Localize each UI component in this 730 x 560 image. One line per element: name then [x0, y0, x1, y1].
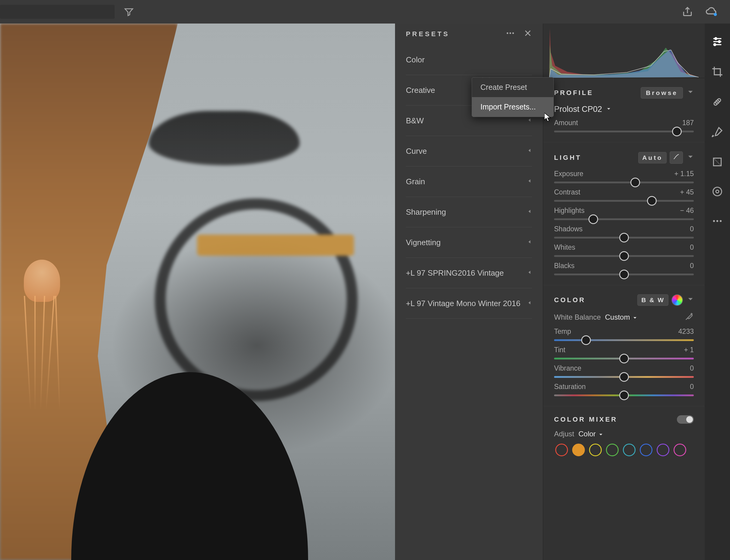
top-toolbar [0, 0, 730, 24]
cloud-sync-icon[interactable] [705, 5, 718, 18]
temp-label: Temp [554, 327, 571, 336]
blacks-value: 0 [690, 262, 694, 270]
tool-rail [705, 24, 730, 560]
mixer-adjust-selector[interactable]: Color [579, 430, 604, 438]
color-section: COLOR B & W White Balance Custom [543, 285, 705, 406]
hue-dot-1[interactable] [572, 444, 585, 456]
color-mixer-button[interactable] [671, 294, 683, 306]
edit-sliders-icon[interactable] [711, 36, 723, 49]
linear-gradient-icon[interactable] [712, 156, 723, 169]
svg-point-9 [713, 187, 722, 196]
edit-panel: PROFILE Browse Prolost CP02 Amount [543, 24, 705, 560]
temp-value: 4233 [678, 327, 694, 336]
blacks-slider[interactable]: Blacks0 [554, 262, 694, 275]
vibrance-slider[interactable]: Vibrance0 [554, 364, 694, 378]
preset-group-label: Vignetting [406, 238, 441, 247]
preset-group-color[interactable]: Color [406, 45, 532, 75]
light-collapse-icon[interactable] [687, 153, 694, 162]
preset-group-label: +L 97 Vintage Mono Winter 2016 [406, 299, 520, 308]
share-icon[interactable] [682, 6, 693, 17]
healing-icon[interactable] [711, 96, 723, 110]
tint-label: Tint [554, 346, 566, 354]
profile-section: PROFILE Browse Prolost CP02 Amount [543, 78, 705, 142]
brush-icon[interactable] [711, 126, 723, 140]
highlights-slider[interactable]: Highlights− 46 [554, 207, 694, 220]
menu-item-create-preset[interactable]: Create Preset [472, 78, 554, 97]
hue-dot-2[interactable] [589, 444, 602, 456]
filter-icon[interactable] [124, 7, 134, 17]
triangle-left-icon [527, 148, 532, 154]
shadows-slider[interactable]: Shadows0 [554, 225, 694, 239]
chevron-down-icon [606, 105, 612, 114]
hue-dot-0[interactable] [555, 444, 568, 456]
preset-group--l-97-spring2016-vintage[interactable]: +L 97 SPRING2016 Vintage [406, 258, 532, 288]
whites-label: Whites [554, 243, 575, 252]
crop-icon[interactable] [711, 66, 723, 80]
svg-point-12 [716, 220, 718, 222]
svg-point-5 [718, 41, 720, 43]
saturation-slider[interactable]: Saturation0 [554, 383, 694, 396]
search-input[interactable] [0, 5, 115, 19]
tint-slider[interactable]: Tint+ 1 [554, 346, 694, 359]
preset-group-grain[interactable]: Grain [406, 166, 532, 197]
hue-dot-3[interactable] [606, 444, 619, 456]
triangle-left-icon [527, 118, 532, 124]
exposure-slider[interactable]: Exposure+ 1.15 [554, 170, 694, 183]
radial-gradient-icon[interactable] [712, 186, 723, 199]
exposure-value: + 1.15 [674, 170, 694, 178]
presets-close-icon[interactable] [524, 29, 532, 39]
preset-group--l-97-vintage-mono-winter-2016[interactable]: +L 97 Vintage Mono Winter 2016 [406, 288, 532, 319]
preset-group-vignetting[interactable]: Vignetting [406, 227, 532, 258]
exposure-label: Exposure [554, 170, 583, 178]
whites-slider[interactable]: Whites0 [554, 243, 694, 257]
profile-browse-button[interactable]: Browse [641, 87, 683, 99]
white-balance-value: Custom [605, 313, 630, 321]
contrast-value: + 45 [680, 188, 694, 196]
light-heading: LIGHT [554, 154, 582, 162]
light-auto-button[interactable]: Auto [638, 152, 667, 163]
tint-value: + 1 [684, 346, 694, 354]
color-collapse-icon[interactable] [687, 296, 694, 304]
image-viewport[interactable] [0, 24, 395, 560]
menu-item-import-presets[interactable]: Import Presets... [472, 97, 554, 117]
triangle-left-icon [527, 300, 532, 307]
saturation-label: Saturation [554, 383, 586, 391]
preset-group-label: Creative [406, 86, 435, 95]
color-mixer-toggle[interactable] [677, 415, 694, 424]
preset-group-curve[interactable]: Curve [406, 136, 532, 166]
cursor-icon [544, 113, 552, 124]
tone-curve-button[interactable] [670, 151, 683, 164]
eyedropper-icon[interactable] [685, 312, 694, 323]
profile-collapse-icon[interactable] [687, 89, 694, 97]
histogram[interactable] [543, 24, 705, 78]
svg-point-4 [715, 38, 717, 40]
triangle-left-icon [527, 270, 532, 276]
amount-label: Amount [554, 119, 578, 127]
svg-point-2 [510, 32, 511, 34]
profile-selector[interactable]: Prolost CP02 [554, 105, 694, 114]
svg-point-13 [720, 220, 722, 222]
triangle-left-icon [527, 179, 532, 185]
hue-dot-5[interactable] [640, 444, 652, 456]
photo-preview [0, 24, 395, 560]
vibrance-value: 0 [690, 364, 694, 372]
profile-amount-slider[interactable]: Amount 187 [554, 119, 694, 132]
hue-dot-6[interactable] [657, 444, 669, 456]
mixer-adjust-label: Adjust [554, 430, 574, 438]
svg-point-6 [714, 44, 716, 46]
temp-slider[interactable]: Temp4233 [554, 327, 694, 341]
presets-more-icon[interactable] [506, 28, 515, 40]
hue-dot-4[interactable] [623, 444, 636, 456]
preset-group-sharpening[interactable]: Sharpening [406, 197, 532, 227]
bw-button[interactable]: B & W [637, 294, 668, 306]
contrast-slider[interactable]: Contrast+ 45 [554, 188, 694, 202]
white-balance-selector[interactable]: Custom [605, 313, 638, 321]
svg-point-0 [714, 13, 717, 16]
more-tools-icon[interactable] [712, 215, 723, 229]
svg-point-11 [713, 220, 715, 222]
light-section: LIGHT Auto Exposure+ 1.15Contrast+ 45Hig… [543, 142, 705, 285]
presets-panel: PRESETS ColorCreativeB&WCurveGrainSharpe… [395, 24, 543, 560]
vibrance-label: Vibrance [554, 364, 581, 372]
preset-group-label: Grain [406, 177, 425, 186]
hue-dot-7[interactable] [674, 444, 686, 456]
